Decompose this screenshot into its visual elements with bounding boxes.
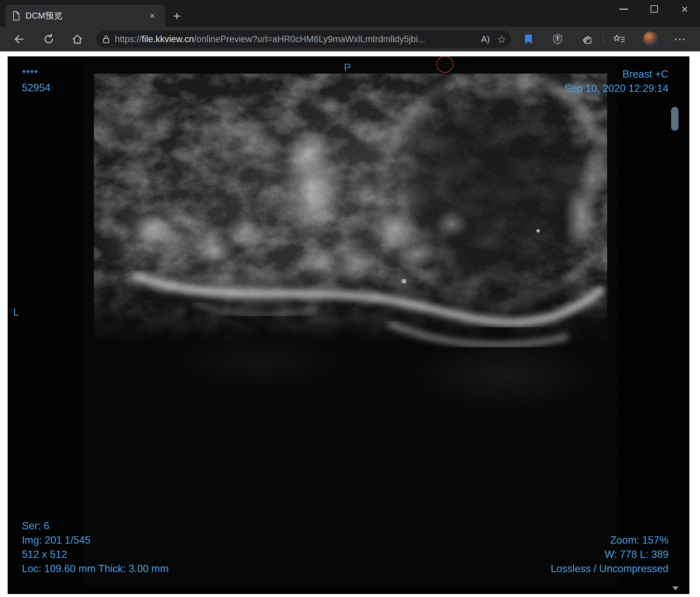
toolbar-divider xyxy=(603,34,604,44)
lock-icon xyxy=(102,34,110,44)
star-icon: ☆ xyxy=(497,33,506,46)
url-scheme: https:// xyxy=(115,34,142,44)
favorites-hub-icon xyxy=(613,33,625,45)
overlay-study-info: Breast +C Sep 10, 2020 12:29:14 xyxy=(564,67,669,96)
address-bar[interactable]: https://file.kkview.cn/onlinePreview?url… xyxy=(96,30,511,48)
shield-t-icon: T xyxy=(552,33,563,45)
dicom-viewer-canvas[interactable]: **** 52954 Breast +C Sep 10, 2020 12:29:… xyxy=(8,56,690,594)
puzzle-icon xyxy=(581,33,593,45)
page-file-icon xyxy=(12,11,20,21)
minimize-icon xyxy=(619,9,628,9)
close-icon: × xyxy=(681,3,688,15)
url-text: https://file.kkview.cn/onlinePreview?url… xyxy=(115,34,474,45)
window-controls: × xyxy=(608,0,700,18)
overlay-series-info: Ser: 6 Img: 201 1/545 512 x 512 Loc: 109… xyxy=(22,519,169,576)
overlay-patient-name: **** xyxy=(22,66,50,81)
new-tab-button[interactable]: + xyxy=(170,9,184,23)
back-icon xyxy=(13,33,25,45)
tab-strip: DCM预览 × + × xyxy=(0,0,700,27)
overlay-series-number: Ser: 6 xyxy=(22,519,169,533)
read-aloud-button[interactable]: A) xyxy=(481,34,490,45)
window-close-button[interactable]: × xyxy=(670,0,700,18)
overlay-display-info: Zoom: 157% W: 778 L: 389 Lossless / Unco… xyxy=(551,533,669,576)
page-background: **** 52954 Breast +C Sep 10, 2020 12:29:… xyxy=(0,51,700,597)
overlay-study-datetime: Sep 10, 2020 12:29:14 xyxy=(564,81,669,96)
url-domain: file.kkview.cn xyxy=(142,34,194,44)
profile-avatar[interactable] xyxy=(643,31,658,47)
extensions-puzzle-button[interactable] xyxy=(578,32,597,47)
read-aloud-icon: A) xyxy=(481,34,490,45)
overlay-patient-id: 52954 xyxy=(22,81,50,95)
browser-window: DCM预览 × + × xyxy=(0,0,700,597)
overlay-patient-info: **** 52954 xyxy=(22,66,50,95)
overlay-study-description: Breast +C xyxy=(564,67,669,81)
annotation-circle[interactable] xyxy=(436,56,453,73)
home-button[interactable] xyxy=(70,32,84,47)
mri-image xyxy=(8,56,690,594)
overlay-location-thickness: Loc: 109.60 mm Thick: 3.00 mm xyxy=(22,562,169,576)
overlay-matrix-size: 512 x 512 xyxy=(22,547,169,562)
overlay-image-number: Img: 201 1/545 xyxy=(22,533,169,547)
more-icon: ⋯ xyxy=(674,32,686,46)
window-maximize-button[interactable] xyxy=(639,0,670,18)
tab-title: DCM预览 xyxy=(26,10,146,22)
navigation-bar: https://file.kkview.cn/onlinePreview?url… xyxy=(0,27,700,51)
settings-more-button[interactable]: ⋯ xyxy=(672,32,688,47)
favorites-hub-button[interactable] xyxy=(611,32,627,47)
add-favorite-button[interactable]: ☆ xyxy=(497,33,506,46)
tab-close-icon[interactable]: × xyxy=(146,9,158,22)
home-icon xyxy=(71,33,83,45)
viewer-scrollbar-down-arrow[interactable] xyxy=(672,587,678,590)
overlay-compression: Lossless / Uncompressed xyxy=(551,562,669,576)
blue-bookmark-icon xyxy=(523,33,534,45)
viewer-scrollbar-thumb[interactable] xyxy=(671,107,678,131)
orientation-marker-left: L xyxy=(13,305,19,319)
extension-button-shield[interactable]: T xyxy=(548,32,567,47)
url-path: /onlinePreview?url=aHR0cHM6Ly9maWxlLmtrd… xyxy=(194,34,426,44)
overlay-window-level: W: 778 L: 389 xyxy=(551,547,669,562)
shield-t-letter: T xyxy=(556,36,559,42)
overlay-zoom: Zoom: 157% xyxy=(551,533,669,547)
refresh-button[interactable] xyxy=(42,32,56,47)
refresh-icon xyxy=(43,33,55,45)
orientation-marker-posterior: P xyxy=(344,60,351,75)
browser-tab-dcm-preview[interactable]: DCM预览 × xyxy=(6,5,165,27)
maximize-icon xyxy=(651,5,658,12)
extension-button-blue[interactable] xyxy=(519,32,538,47)
back-button[interactable] xyxy=(12,32,27,47)
window-minimize-button[interactable] xyxy=(608,0,639,18)
